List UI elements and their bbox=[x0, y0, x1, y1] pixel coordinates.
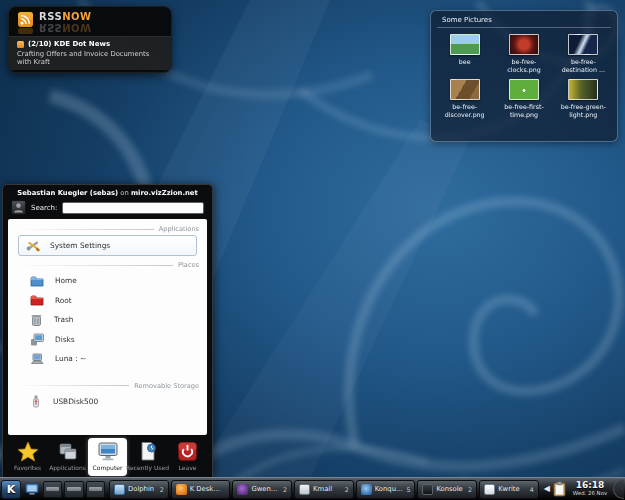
kmenu-button[interactable]: K bbox=[1, 480, 21, 499]
disks-icon bbox=[30, 333, 44, 346]
kmail-icon bbox=[299, 484, 310, 495]
desktop: RSSNOW RSSNOW (2/10) KDE Dot News Crafti… bbox=[0, 0, 625, 500]
usb-drive-icon bbox=[30, 394, 42, 408]
desktop-pager[interactable] bbox=[43, 481, 105, 498]
tools-icon bbox=[26, 238, 41, 253]
kickoff-tab-favorites[interactable]: Favorites bbox=[8, 438, 47, 476]
picture-item[interactable]: bee bbox=[435, 34, 494, 74]
picture-item[interactable]: be-free-discover.png bbox=[435, 79, 494, 119]
task-konqueror[interactable]: Konqueror 5 bbox=[356, 480, 416, 499]
device-notifier-button[interactable] bbox=[23, 480, 41, 498]
trash-icon bbox=[30, 313, 43, 326]
section-header-removable-storage: Removable Storage bbox=[16, 382, 199, 390]
image-thumbnail bbox=[450, 79, 480, 100]
laptop-icon bbox=[30, 353, 44, 365]
browser-icon bbox=[176, 484, 187, 495]
section-header-places: Places bbox=[16, 261, 199, 269]
image-thumbnail bbox=[568, 79, 598, 100]
place-item-home[interactable]: Home bbox=[16, 271, 199, 291]
search-label: Search: bbox=[31, 204, 57, 212]
pictures-folder-widget[interactable]: Some Pictures bee be-free-clocks.png be-… bbox=[430, 10, 618, 142]
kickoff-tab-computer[interactable]: Computer bbox=[88, 438, 127, 476]
kickoff-menu: Sebastian Kuegler (sebas) on miro.vizZzi… bbox=[2, 184, 213, 478]
place-item-trash[interactable]: Trash bbox=[16, 310, 199, 330]
pager-desktop-1[interactable] bbox=[43, 481, 62, 498]
place-item-root[interactable]: Root bbox=[16, 291, 199, 311]
digital-clock[interactable]: 16:18 Wed. 26 Nov bbox=[569, 481, 611, 496]
gwenview-icon bbox=[237, 484, 248, 495]
rss-summary: Crafting Offers and Invoice Documents wi… bbox=[17, 50, 163, 66]
pictures-widget-title: Some Pictures bbox=[431, 11, 617, 27]
image-thumbnail bbox=[509, 79, 539, 100]
place-item-usbdisk[interactable]: USBDisk500 bbox=[16, 392, 199, 412]
blue-folder-icon bbox=[30, 275, 44, 287]
person-icon bbox=[13, 202, 24, 213]
place-item-luna[interactable]: Luna : ~ bbox=[16, 349, 199, 369]
image-thumbnail bbox=[450, 34, 480, 55]
systray-collapse-arrow-icon[interactable]: ◀ bbox=[544, 485, 550, 493]
computer-icon bbox=[96, 441, 120, 462]
konqueror-icon bbox=[361, 484, 372, 495]
menu-item-system-settings[interactable]: System Settings bbox=[18, 235, 197, 256]
image-thumbnail bbox=[568, 34, 598, 55]
place-item-disks[interactable]: Disks bbox=[16, 330, 199, 350]
dolphin-icon bbox=[114, 484, 125, 495]
pager-desktop-2[interactable] bbox=[64, 481, 83, 498]
picture-item[interactable]: be-free-green-light.png bbox=[554, 79, 613, 119]
feed-item-icon bbox=[17, 41, 24, 48]
klipper-clipboard-icon[interactable] bbox=[553, 481, 566, 497]
image-thumbnail bbox=[509, 34, 539, 55]
kickoff-tab-leave[interactable]: Leave bbox=[168, 438, 207, 476]
rssnow-widget[interactable]: RSSNOW RSSNOW (2/10) KDE Dot News Crafti… bbox=[8, 6, 172, 73]
star-icon bbox=[17, 441, 39, 462]
red-folder-icon bbox=[30, 294, 44, 306]
kwrite-icon bbox=[484, 484, 495, 495]
task-dolphin[interactable]: Dolphin 2 bbox=[109, 480, 169, 499]
kickoff-tab-recently-used[interactable]: Recently Used bbox=[128, 438, 167, 476]
task-kmail[interactable]: Kmail 2 bbox=[294, 480, 354, 499]
device-notifier-icon bbox=[25, 483, 39, 496]
task-manager: Dolphin 2 K Desktop En... Gwenview 2 Kma… bbox=[109, 480, 539, 499]
rss-feed-icon bbox=[18, 12, 33, 34]
applications-icon bbox=[57, 441, 79, 462]
system-tray: ◀ bbox=[543, 481, 567, 497]
task-konsole[interactable]: Konsole 2 bbox=[417, 480, 477, 499]
section-header-applications: Applications bbox=[16, 225, 199, 233]
power-icon bbox=[177, 441, 198, 462]
picture-item[interactable]: be-free-destination ... bbox=[554, 34, 613, 74]
task-gwenview[interactable]: Gwenview 2 bbox=[232, 480, 292, 499]
panel-cashew-button[interactable] bbox=[613, 479, 624, 499]
rss-headline: (2/10) KDE Dot News bbox=[28, 40, 110, 48]
kickoff-user-line: Sebastian Kuegler (sebas) on miro.vizZzi… bbox=[3, 185, 212, 197]
kickoff-tab-applications[interactable]: Applications bbox=[48, 438, 87, 476]
pager-desktop-3[interactable] bbox=[86, 481, 105, 498]
task-kwrite[interactable]: Kwrite 4 bbox=[479, 480, 539, 499]
konsole-icon bbox=[422, 484, 433, 495]
rssnow-logo: RSSNOW RSSNOW bbox=[39, 12, 92, 32]
taskbar-panel: K Dolphin 2 K Desktop En... bbox=[0, 477, 625, 500]
recently-used-icon bbox=[137, 441, 159, 462]
rss-news-item[interactable]: (2/10) KDE Dot News Crafting Offers and … bbox=[9, 36, 171, 70]
user-avatar bbox=[11, 200, 26, 215]
picture-item[interactable]: be-free-clocks.png bbox=[494, 34, 553, 74]
task-k-desktop[interactable]: K Desktop En... bbox=[171, 480, 231, 499]
picture-item[interactable]: be-free-first-time.png bbox=[494, 79, 553, 119]
search-input[interactable] bbox=[62, 202, 204, 214]
